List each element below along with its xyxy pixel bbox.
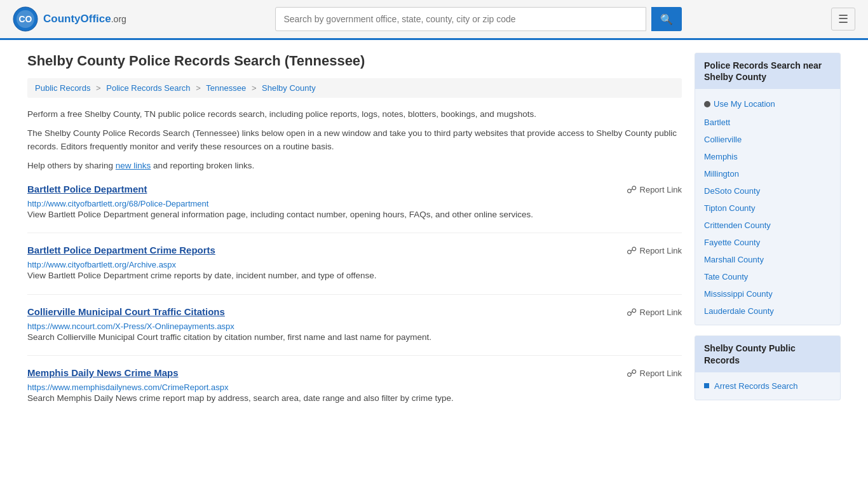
nearby-link-11[interactable]: Lauderdale County (695, 302, 840, 320)
description-2: The Shelby County Police Records Search … (27, 127, 682, 153)
bullet-icon-0 (704, 383, 709, 388)
nearby-links: Use My Location BartlettColliervilleMemp… (695, 89, 840, 325)
breadcrumb: Public Records > Police Records Search >… (27, 78, 682, 98)
nearby-link-10[interactable]: Mississippi County (695, 285, 840, 302)
breadcrumb-police-records[interactable]: Police Records Search (106, 83, 190, 93)
nearby-links-list: BartlettColliervilleMemphisMillingtonDeS… (695, 114, 840, 320)
search-button[interactable]: 🔍 (651, 7, 682, 31)
record-header-0: Bartlett Police Department ☍ Report Link (27, 184, 682, 196)
page-title: Shelby County Police Records Search (Ten… (27, 53, 682, 69)
record-url-2[interactable]: https://www.ncourt.com/X-Press/X-Onlinep… (27, 322, 234, 331)
report-link-label-0: Report Link (640, 185, 682, 194)
record-desc-1: View Bartlett Police Department crime re… (27, 269, 682, 282)
record-title-1[interactable]: Bartlett Police Department Crime Reports (27, 245, 215, 255)
breadcrumb-shelby-county[interactable]: Shelby County (262, 83, 316, 93)
public-records-links: Arrest Records Search (695, 372, 840, 400)
description-1: Perform a free Shelby County, TN public … (27, 108, 682, 121)
report-link-3[interactable]: ☍ Report Link (627, 367, 682, 379)
record-header-1: Bartlett Police Department Crime Reports… (27, 245, 682, 257)
record-entry-2: Collierville Municipal Court Traffic Cit… (27, 306, 682, 356)
svg-text:CO: CO (19, 14, 32, 24)
nearby-section: Police Records Search near Shelby County… (695, 53, 841, 325)
record-url-1[interactable]: http://www.cityofbartlett.org/Archive.as… (27, 260, 176, 269)
nearby-link-0[interactable]: Bartlett (695, 114, 840, 131)
search-input[interactable] (275, 7, 646, 31)
public-records-title: Shelby County Public Records (695, 336, 840, 372)
main-container: Shelby County Police Records Search (Ten… (15, 40, 853, 440)
use-location-link[interactable]: Use My Location (695, 94, 840, 114)
report-link-label-2: Report Link (640, 308, 682, 317)
nearby-link-4[interactable]: DeSoto County (695, 182, 840, 200)
report-icon-3: ☍ (627, 367, 637, 379)
content-area: Shelby County Police Records Search (Ten… (27, 53, 682, 428)
public-records-section: Shelby County Public Records Arrest Reco… (695, 336, 841, 400)
breadcrumb-sep2: > (196, 83, 203, 93)
logo-text: CountyOffice.org (43, 13, 126, 25)
report-link-0[interactable]: ☍ Report Link (627, 184, 682, 196)
hamburger-menu-button[interactable]: ☰ (831, 8, 855, 30)
nearby-link-2[interactable]: Memphis (695, 148, 840, 165)
public-records-links-list: Arrest Records Search (695, 377, 840, 395)
nearby-link-9[interactable]: Tate County (695, 268, 840, 285)
record-title-0[interactable]: Bartlett Police Department (27, 184, 147, 194)
public-records-link-0[interactable]: Arrest Records Search (695, 377, 840, 395)
breadcrumb-sep1: > (96, 83, 103, 93)
description-3: Help others by sharing new links and rep… (27, 159, 682, 172)
header: CO CountyOffice.org 🔍 ☰ (0, 0, 868, 40)
report-link-label-1: Report Link (640, 246, 682, 255)
report-icon-2: ☍ (627, 306, 637, 318)
breadcrumb-sep3: > (252, 83, 259, 93)
record-url-0[interactable]: http://www.cityofbartlett.org/68/Police-… (27, 199, 208, 208)
report-icon-1: ☍ (627, 245, 637, 257)
nearby-link-3[interactable]: Millington (695, 165, 840, 182)
nearby-link-6[interactable]: Crittenden County (695, 217, 840, 234)
record-title-2[interactable]: Collierville Municipal Court Traffic Cit… (27, 306, 225, 317)
logo-icon: CO (13, 6, 38, 32)
record-header-2: Collierville Municipal Court Traffic Cit… (27, 306, 682, 318)
report-link-2[interactable]: ☍ Report Link (627, 306, 682, 318)
record-entry-0: Bartlett Police Department ☍ Report Link… (27, 184, 682, 233)
report-link-label-3: Report Link (640, 369, 682, 378)
breadcrumb-public-records[interactable]: Public Records (35, 83, 90, 93)
record-desc-0: View Bartlett Police Department general … (27, 208, 682, 221)
record-desc-3: Search Memphis Daily News crime report m… (27, 392, 682, 405)
record-title-3[interactable]: Memphis Daily News Crime Maps (27, 367, 179, 378)
record-entry-1: Bartlett Police Department Crime Reports… (27, 245, 682, 294)
breadcrumb-tennessee[interactable]: Tennessee (206, 83, 246, 93)
report-icon-0: ☍ (627, 184, 637, 196)
record-entry-3: Memphis Daily News Crime Maps ☍ Report L… (27, 367, 682, 416)
nearby-link-7[interactable]: Fayette County (695, 234, 840, 251)
records-container: Bartlett Police Department ☍ Report Link… (27, 184, 682, 416)
nearby-link-5[interactable]: Tipton County (695, 200, 840, 217)
record-header-3: Memphis Daily News Crime Maps ☍ Report L… (27, 367, 682, 379)
sidebar: Police Records Search near Shelby County… (695, 53, 841, 428)
nearby-link-1[interactable]: Collierville (695, 131, 840, 148)
report-link-1[interactable]: ☍ Report Link (627, 245, 682, 257)
new-links-link[interactable]: new links (116, 161, 151, 170)
nearby-link-8[interactable]: Marshall County (695, 251, 840, 268)
search-area: 🔍 (275, 7, 682, 31)
location-dot-icon (704, 101, 710, 107)
logo-area: CO CountyOffice.org (13, 6, 126, 32)
nearby-title: Police Records Search near Shelby County (695, 53, 840, 89)
record-url-3[interactable]: https://www.memphisdailynews.com/CrimeRe… (27, 383, 228, 392)
record-desc-2: Search Collierville Municipal Court traf… (27, 331, 682, 344)
